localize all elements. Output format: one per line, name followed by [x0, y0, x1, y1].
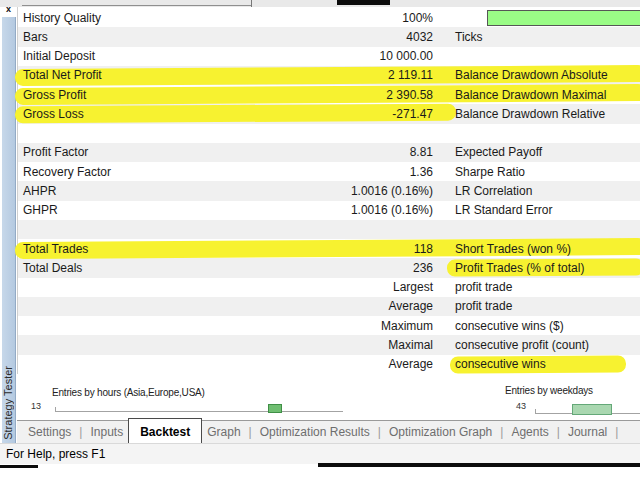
table-row[interactable]: Gross Loss-271.47Balance Drawdown Relati… [18, 104, 640, 123]
tab-journal[interactable]: Journal [563, 421, 612, 443]
weekdays-chart-title: Entries by weekdays [505, 385, 593, 396]
row-value: Maximal [388, 338, 433, 352]
row-label: Total Deals [23, 261, 82, 275]
row-value: 4032 [406, 30, 433, 44]
top-scrollbar-fragment [337, 0, 390, 5]
row-second-label: profit trade [455, 299, 512, 313]
table-row[interactable] [18, 220, 640, 239]
row-second-label: Sharpe Ratio [455, 165, 525, 179]
close-icon[interactable]: x [2, 2, 15, 16]
bottom-black-bar-left [0, 465, 38, 468]
tab-settings[interactable]: Settings [23, 421, 76, 443]
tab-inputs[interactable]: Inputs [85, 421, 128, 443]
row-value: -271.47 [392, 107, 433, 121]
row-second-label: Balance Drawdown Absolute [455, 68, 608, 82]
table-row[interactable]: Bars4032Ticks [18, 27, 640, 46]
table-row[interactable]: Maximalconsecutive profit (count) [18, 335, 640, 354]
row-value: 8.81 [410, 145, 433, 159]
strategy-tester-edge-strip: Strategy Tester [2, 17, 16, 443]
table-row[interactable]: Recovery Factor1.36Sharpe Ratio [18, 162, 640, 181]
row-second-label: Profit Trades (% of total) [455, 261, 584, 275]
table-row[interactable]: Largestprofit trade [18, 278, 640, 297]
strategy-tester-panel: x Strategy Tester History Quality100%Bar… [0, 0, 640, 480]
histogram-bar [268, 404, 282, 413]
tab-separator: | [554, 421, 563, 443]
table-row[interactable]: Initial Deposit10 000.00 [18, 47, 640, 66]
top-separator [251, 0, 252, 7]
row-second-label: Balance Drawdown Relative [455, 107, 605, 121]
tab-separator: | [246, 421, 255, 443]
bottom-black-bar-right [318, 463, 640, 467]
row-value: Maximum [381, 319, 433, 333]
weekdays-chart-axis-tick [535, 409, 536, 414]
table-row[interactable]: Maximumconsecutive wins ($) [18, 316, 640, 335]
row-value: 2 119.11 [388, 68, 433, 82]
tab-backtest[interactable]: Backtest [128, 418, 202, 445]
row-value: 236 [413, 261, 433, 275]
row-second-label: Short Trades (won %) [455, 242, 571, 256]
row-second-label: consecutive wins [455, 357, 546, 371]
tab-separator: | [612, 421, 621, 443]
row-label: Profit Factor [23, 145, 88, 159]
row-second-label: Ticks [455, 30, 483, 44]
row-value: 1.0016 (0.16%) [351, 184, 433, 198]
row-label: Bars [23, 30, 48, 44]
row-second-label: profit trade [455, 280, 512, 294]
table-row[interactable]: Total Trades118Short Trades (won %) [18, 239, 640, 258]
table-row[interactable]: GHPR1.0016 (0.16%)LR Standard Error [18, 201, 640, 220]
tab-optimization-results[interactable]: Optimization Results [255, 421, 375, 443]
row-label: History Quality [23, 11, 101, 25]
tester-tab-bar: Settings|InputsBacktestGraph|Optimizatio… [17, 420, 640, 443]
table-row[interactable]: Averageprofit trade [18, 297, 640, 316]
row-value: Average [389, 357, 433, 371]
weekdays-chart-ytick: 43 [516, 401, 526, 411]
row-label: AHPR [23, 184, 56, 198]
row-label: Total Net Profit [23, 68, 102, 82]
table-row[interactable]: History Quality100% [18, 8, 640, 27]
status-text: For Help, press F1 [6, 447, 105, 461]
row-label: Gross Profit [23, 88, 86, 102]
hours-chart-axis-tick [55, 407, 56, 412]
row-second-label: LR Correlation [455, 184, 532, 198]
row-value: 10 000.00 [380, 49, 433, 63]
tab-graph[interactable]: Graph [202, 421, 245, 443]
row-label: Total Trades [23, 242, 88, 256]
table-row[interactable]: Total Deals236Profit Trades (% of total) [18, 258, 640, 277]
entry-distribution-charts: Entries by hours (Asia,Europe,USA) 13 En… [17, 374, 640, 420]
hours-chart-axis [55, 411, 343, 412]
tab-agents[interactable]: Agents [506, 421, 553, 443]
backtest-results-table: History Quality100%Bars4032TicksInitial … [18, 8, 640, 374]
table-row[interactable] [18, 124, 640, 143]
row-value: 2 390.58 [386, 88, 433, 102]
table-row[interactable]: Gross Profit2 390.58Balance Drawdown Max… [18, 85, 640, 104]
row-label: Gross Loss [23, 107, 84, 121]
panel-title-vertical: Strategy Tester [2, 366, 14, 440]
top-chrome-strip [0, 0, 640, 7]
table-row[interactable]: AHPR1.0016 (0.16%)LR Correlation [18, 181, 640, 200]
row-second-label: consecutive profit (count) [455, 338, 589, 352]
row-label: Initial Deposit [23, 49, 95, 63]
table-row[interactable]: Averageconsecutive wins [18, 355, 640, 374]
tab-separator: | [375, 421, 384, 443]
table-row[interactable]: Total Net Profit2 119.11Balance Drawdown… [18, 66, 640, 85]
top-divider-line [22, 5, 251, 6]
tab-optimization-graph[interactable]: Optimization Graph [384, 421, 497, 443]
hours-chart-ytick: 13 [31, 401, 41, 411]
hours-chart-title: Entries by hours (Asia,Europe,USA) [52, 387, 205, 398]
histogram-bar [572, 404, 612, 415]
row-second-label: consecutive wins ($) [455, 319, 564, 333]
row-value: 1.0016 (0.16%) [351, 203, 433, 217]
row-value: 100% [402, 11, 433, 25]
row-label: GHPR [23, 203, 58, 217]
table-row[interactable]: Profit Factor8.81Expected Payoff [18, 143, 640, 162]
row-second-label: Balance Drawdown Maximal [455, 88, 606, 102]
tab-separator: | [497, 421, 506, 443]
row-value: 118 [414, 242, 433, 256]
row-second-label: LR Standard Error [455, 203, 552, 217]
row-second-label: Expected Payoff [455, 145, 542, 159]
row-value: 1.36 [410, 165, 433, 179]
status-bar: For Help, press F1 [0, 443, 640, 464]
row-value: Largest [393, 280, 433, 294]
row-label: Recovery Factor [23, 165, 111, 179]
row-value: Average [389, 299, 433, 313]
